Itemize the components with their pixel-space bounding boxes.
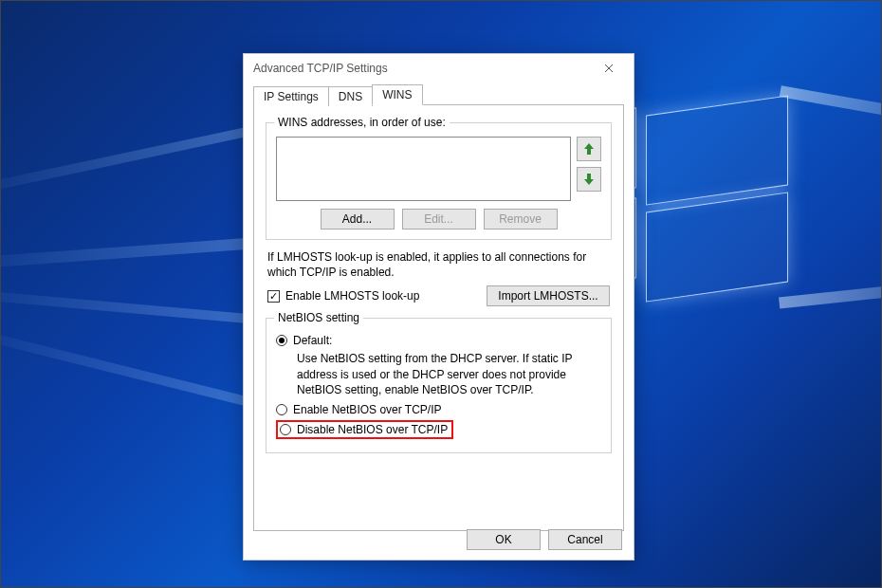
add-button[interactable]: Add...	[321, 209, 395, 230]
disable-netbios-label: Disable NetBIOS over TCP/IP	[297, 423, 448, 436]
group-wins-addresses: WINS addresses, in order of use: Add...	[266, 122, 612, 240]
radio-enable-netbios[interactable]: Enable NetBIOS over TCP/IP	[276, 403, 601, 416]
radio-icon	[280, 424, 291, 435]
window-title: Advanced TCP/IP Settings	[253, 62, 388, 75]
dialog-advanced-tcpip-settings: Advanced TCP/IP Settings IP Settings DNS…	[243, 53, 634, 560]
tabstrip: IP Settings DNS WINS	[253, 84, 624, 105]
netbios-default-label: Default:	[293, 334, 332, 347]
radio-icon	[276, 404, 287, 415]
radio-netbios-default[interactable]: Default:	[276, 334, 601, 347]
radio-icon	[276, 335, 287, 346]
arrow-up-icon	[583, 142, 595, 156]
remove-button[interactable]: Remove	[484, 209, 558, 230]
enable-lmhosts-checkbox[interactable]: ✓ Enable LMHOSTS look-up	[267, 289, 419, 303]
edit-button[interactable]: Edit...	[402, 209, 476, 230]
highlight-disable-netbios: Disable NetBIOS over TCP/IP	[276, 420, 453, 439]
netbios-default-desc: Use NetBIOS setting from the DHCP server…	[297, 351, 601, 397]
close-button[interactable]	[590, 56, 628, 81]
move-down-button[interactable]	[577, 167, 601, 192]
move-up-button[interactable]	[577, 137, 601, 161]
arrow-down-icon	[583, 173, 595, 186]
wins-addresses-label: WINS addresses, in order of use:	[274, 116, 450, 129]
group-netbios-setting: NetBIOS setting Default: Use NetBIOS set…	[266, 318, 612, 453]
tabpanel-wins: WINS addresses, in order of use: Add...	[253, 104, 624, 531]
wins-address-listbox[interactable]	[276, 137, 571, 201]
dialog-footer: OK Cancel	[467, 529, 622, 550]
titlebar[interactable]: Advanced TCP/IP Settings	[244, 54, 634, 83]
radio-disable-netbios[interactable]: Disable NetBIOS over TCP/IP	[280, 423, 448, 436]
lmhosts-note: If LMHOSTS look-up is enabled, it applie…	[267, 249, 610, 280]
tab-dns[interactable]: DNS	[328, 86, 373, 106]
checkbox-icon: ✓	[267, 290, 280, 303]
netbios-group-label: NetBIOS setting	[274, 311, 363, 324]
ok-button[interactable]: OK	[467, 529, 541, 550]
enable-netbios-label: Enable NetBIOS over TCP/IP	[293, 403, 442, 416]
tab-ip-settings[interactable]: IP Settings	[253, 86, 329, 106]
cancel-button[interactable]: Cancel	[548, 529, 622, 550]
close-icon	[604, 64, 614, 73]
import-lmhosts-button[interactable]: Import LMHOSTS...	[487, 285, 610, 306]
tab-wins[interactable]: WINS	[372, 84, 422, 105]
enable-lmhosts-label: Enable LMHOSTS look-up	[285, 289, 419, 303]
